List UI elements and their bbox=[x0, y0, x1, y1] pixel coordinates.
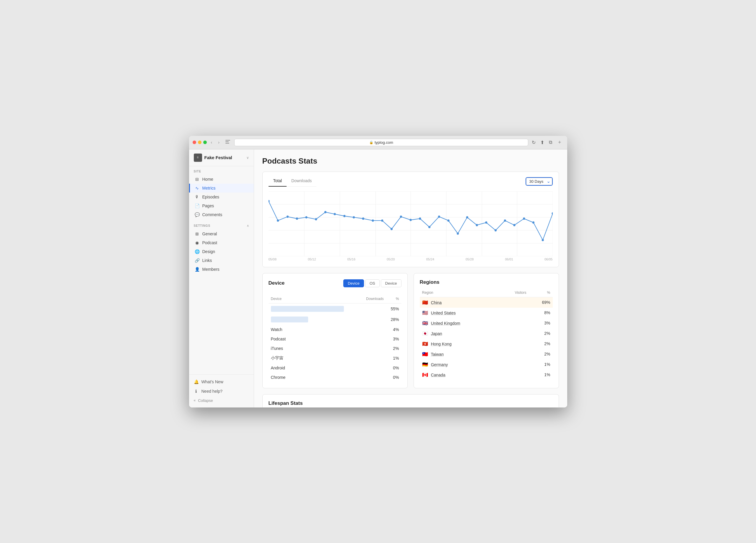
filter-tab-app[interactable]: Device bbox=[381, 279, 401, 287]
device-row: 小宇宙 1% bbox=[269, 353, 401, 363]
device-name: Chrome bbox=[269, 373, 360, 382]
reload-button[interactable]: ↻ bbox=[531, 139, 537, 147]
svg-point-34 bbox=[428, 226, 430, 228]
chart-svg bbox=[269, 191, 553, 256]
sidebar-item-comments[interactable]: 💬 Comments bbox=[189, 210, 254, 219]
filter-tab-device[interactable]: Device bbox=[343, 279, 364, 287]
device-row: Watch 4% bbox=[269, 325, 401, 334]
back-button[interactable]: ‹ bbox=[209, 139, 214, 145]
region-name-cell: 🇯🇵 Japan bbox=[420, 328, 499, 339]
comments-icon: 💬 bbox=[195, 212, 199, 217]
sidebar-toggle-button[interactable] bbox=[224, 139, 232, 146]
regions-table: Region Visitors % 🇨🇳 China 69% 🇺🇸 United… bbox=[420, 289, 553, 380]
device-bar-cell bbox=[269, 314, 360, 325]
svg-point-31 bbox=[400, 215, 402, 218]
region-link[interactable]: Hong Kong bbox=[431, 342, 451, 346]
region-link[interactable]: United States bbox=[431, 310, 456, 315]
region-link[interactable]: China bbox=[431, 300, 442, 305]
x-label-1: 05/12 bbox=[308, 258, 316, 261]
region-pct: 8% bbox=[529, 308, 553, 318]
sidebar-item-label: Members bbox=[202, 267, 220, 272]
metrics-icon: ∿ bbox=[195, 186, 199, 191]
svg-point-37 bbox=[457, 233, 459, 235]
region-link[interactable]: United Kingdom bbox=[431, 321, 460, 326]
period-select-wrapper: 30 Days 7 Days 90 Days 1 Year bbox=[526, 177, 553, 186]
device-row: 55% bbox=[269, 303, 401, 314]
flag-icon: 🇨🇦 bbox=[422, 372, 428, 377]
minimize-button[interactable] bbox=[198, 141, 201, 144]
region-link[interactable]: Canada bbox=[431, 373, 445, 377]
new-tab-button[interactable]: + bbox=[556, 138, 564, 147]
region-pct: 69% bbox=[529, 297, 553, 308]
flag-icon: 🇺🇸 bbox=[422, 310, 428, 315]
device-name: Podcast bbox=[269, 334, 360, 344]
sidebar-item-general[interactable]: ⊞ General bbox=[189, 230, 254, 238]
close-button[interactable] bbox=[193, 141, 196, 144]
device-name: iTunes bbox=[269, 344, 360, 353]
col-downloads: Downloads bbox=[360, 295, 386, 303]
period-select[interactable]: 30 Days 7 Days 90 Days 1 Year bbox=[526, 178, 552, 185]
col-region: Region bbox=[420, 289, 499, 297]
address-bar[interactable]: 🔒 typlog.com bbox=[234, 139, 528, 146]
region-pct: 2% bbox=[529, 328, 553, 339]
filter-tab-os[interactable]: OS bbox=[365, 279, 380, 287]
new-window-button[interactable]: ⧉ bbox=[548, 139, 553, 146]
browser-window: ‹ › 🔒 typlog.com ↻ ⬆ ⧉ + bbox=[189, 136, 567, 407]
x-label-3: 05/20 bbox=[387, 258, 395, 261]
share-button[interactable]: ⬆ bbox=[539, 139, 545, 147]
sidebar-item-links[interactable]: 🔗 Links bbox=[189, 256, 254, 265]
sidebar-item-podcast[interactable]: ◉ Podcast bbox=[189, 238, 254, 247]
device-table: Device Downloads % 55% 28% bbox=[269, 295, 401, 382]
tab-total[interactable]: Total bbox=[269, 177, 287, 187]
device-bar-cell bbox=[269, 303, 360, 314]
region-name-cell: 🇨🇦 Canada bbox=[420, 370, 499, 380]
sidebar-item-episodes[interactable]: 🎙 Episodes bbox=[189, 193, 254, 201]
region-row: 🇭🇰 Hong Kong 2% bbox=[420, 339, 553, 349]
chart-card: Total Downloads 30 Days 7 Days 90 Days 1… bbox=[262, 172, 559, 267]
sidebar-item-members[interactable]: 👤 Members bbox=[189, 265, 254, 274]
region-link[interactable]: Taiwan bbox=[431, 352, 444, 357]
svg-point-45 bbox=[532, 221, 534, 224]
svg-point-41 bbox=[494, 229, 496, 232]
flag-icon: 🇯🇵 bbox=[422, 331, 428, 336]
svg-point-32 bbox=[409, 219, 412, 221]
region-link[interactable]: Japan bbox=[431, 331, 442, 336]
sidebar-item-metrics[interactable]: ∿ Metrics bbox=[189, 184, 254, 193]
col-pct-region: % bbox=[529, 289, 553, 297]
device-card: Device Device OS Device Device Downloads bbox=[262, 273, 408, 388]
svg-rect-0 bbox=[225, 140, 230, 141]
region-name-cell: 🇺🇸 United States bbox=[420, 308, 499, 318]
site-header[interactable]: ⠿ Fake Festival ∨ bbox=[189, 149, 254, 166]
maximize-button[interactable] bbox=[203, 141, 207, 144]
svg-point-23 bbox=[324, 211, 326, 213]
sidebar-item-whats-new[interactable]: 🔔 What's New bbox=[189, 377, 254, 386]
sidebar-item-home[interactable]: ⊟ Home bbox=[189, 175, 254, 184]
sidebar: ⠿ Fake Festival ∨ SITE ⊟ Home ∿ Metrics … bbox=[189, 149, 254, 407]
sidebar-item-pages[interactable]: 📄 Pages bbox=[189, 201, 254, 210]
sidebar-item-label: What's New bbox=[201, 379, 223, 384]
tab-downloads[interactable]: Downloads bbox=[287, 177, 316, 187]
sidebar-item-need-help[interactable]: ℹ Need help? bbox=[189, 386, 254, 396]
device-name: Watch bbox=[269, 325, 360, 334]
svg-point-17 bbox=[269, 200, 270, 202]
device-pct: 0% bbox=[386, 373, 401, 382]
lifespan-section: Lifespan Stats bbox=[262, 394, 559, 407]
svg-point-43 bbox=[513, 224, 515, 226]
url-text: typlog.com bbox=[375, 140, 393, 145]
region-pct: 2% bbox=[529, 349, 553, 359]
region-link[interactable]: Germany bbox=[431, 362, 448, 367]
region-row: 🇩🇪 Germany 1% bbox=[420, 359, 553, 370]
chart-x-labels: 05/08 05/12 05/16 05/20 05/24 05/28 06/0… bbox=[269, 256, 553, 261]
device-name: 小宇宙 bbox=[269, 353, 360, 363]
site-nav-section: SITE ⊟ Home ∿ Metrics 🎙 Episodes 📄 Pages bbox=[189, 166, 254, 220]
sidebar-collapse-button[interactable]: « Collapse bbox=[189, 396, 254, 405]
device-section-title: Device bbox=[269, 280, 285, 286]
forward-button[interactable]: › bbox=[216, 139, 221, 145]
general-icon: ⊞ bbox=[195, 232, 199, 236]
device-row: Android 0% bbox=[269, 363, 401, 373]
sidebar-item-design[interactable]: 🌐 Design bbox=[189, 247, 254, 256]
settings-chevron-icon[interactable]: ∧ bbox=[247, 224, 249, 228]
pages-icon: 📄 bbox=[195, 204, 199, 208]
collapse-icon: « bbox=[194, 398, 196, 402]
sidebar-item-label: Links bbox=[202, 258, 212, 263]
